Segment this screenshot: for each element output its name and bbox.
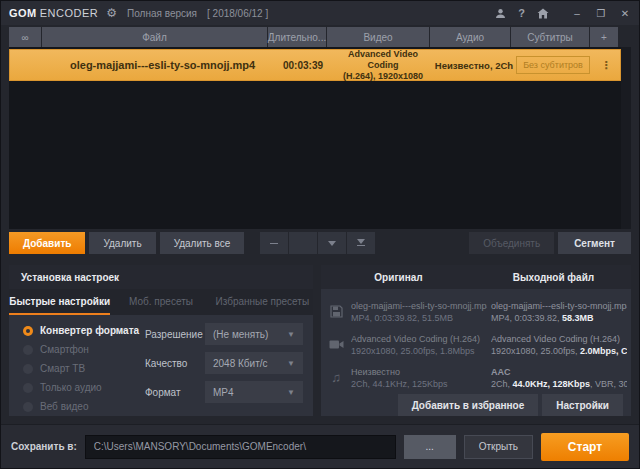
column-video[interactable]: Видео bbox=[327, 27, 429, 47]
tab-mobile-presets[interactable]: Моб. пресеты bbox=[110, 289, 211, 315]
resolution-label: Разрешение bbox=[145, 329, 205, 340]
tab-quick-settings[interactable]: Быстрые настройки bbox=[9, 289, 110, 315]
file-list[interactable]: oleg-majjami---esli-ty-so-mnojj.mp4 00:0… bbox=[9, 47, 631, 229]
format-select[interactable]: MP4 ▼ bbox=[205, 381, 303, 403]
compare-panel: Оригинал Выходной файл oleg-majjami---es… bbox=[321, 265, 631, 416]
help-icon[interactable]: ? bbox=[518, 7, 525, 19]
mode-radio-group: Конвертер формата Смартфон Смарт ТВ Толь… bbox=[9, 315, 141, 416]
build-date-label: [ 2018/06/12 ] bbox=[207, 8, 268, 19]
compare-panel-header: Оригинал Выходной файл bbox=[321, 265, 631, 289]
out-video-info: 1920x1080, 25.00fps, 2.0Mbps, C... bbox=[491, 345, 627, 357]
output-title: Выходной файл bbox=[476, 272, 631, 283]
column-add[interactable]: + bbox=[590, 27, 618, 47]
mode-label: Конвертер формата bbox=[40, 325, 139, 336]
move-top-button[interactable] bbox=[260, 232, 288, 254]
settings-panel: Установка настроек Быстрые настройки Моб… bbox=[9, 265, 313, 416]
row-filename: oleg-majjami---esli-ty-so-mnojj.mp4 bbox=[42, 59, 274, 71]
quality-select[interactable]: 2048 Кбит/с ▼ bbox=[205, 352, 303, 374]
out-audio-codec: AAC bbox=[491, 366, 627, 378]
remove-all-button[interactable]: Удалить все bbox=[160, 232, 245, 254]
music-note-icon: ♫ bbox=[321, 370, 351, 385]
output-path-input[interactable] bbox=[85, 435, 396, 459]
orig-video-info: 1920x1080, 25.00fps, 1.8Mbps bbox=[351, 345, 487, 357]
row-audio-info: Неизвестно, 2Ch bbox=[434, 60, 514, 71]
header-scroll-stub bbox=[619, 27, 631, 47]
radio-selected-icon bbox=[23, 326, 33, 336]
column-audio[interactable]: Аудио bbox=[430, 27, 510, 47]
row-subtitles-cell[interactable]: Без субтитров bbox=[514, 56, 592, 74]
user-account-icon[interactable] bbox=[495, 8, 506, 19]
format-label: Формат bbox=[145, 387, 205, 398]
remove-button[interactable]: Удалить bbox=[89, 232, 155, 254]
radio-icon bbox=[23, 345, 33, 355]
mode-smartphone[interactable]: Смартфон bbox=[9, 340, 141, 359]
out-file-info: MP4, 0:03:39.82, 58.3MB bbox=[491, 312, 627, 324]
row-duration: 00:03:39 bbox=[274, 60, 332, 71]
row-video-line1: Advanced Video Coding bbox=[332, 49, 434, 71]
gom-encoder-window: GOM ENCODER ⚙ Полная версия [ 2018/06/12… bbox=[0, 0, 640, 469]
segment-button[interactable]: Сегмент bbox=[558, 232, 631, 254]
maximize-button[interactable]: ❒ bbox=[595, 8, 607, 19]
merge-button: Объединять bbox=[469, 232, 554, 254]
orig-audio-codec: Неизвестно bbox=[351, 366, 487, 378]
column-file[interactable]: Файл bbox=[42, 27, 267, 47]
mode-format-converter[interactable]: Конвертер формата bbox=[9, 321, 141, 340]
settings-tabs: Быстрые настройки Моб. пресеты Избранные… bbox=[9, 289, 313, 315]
row-menu-dots-icon[interactable]: ⋮ bbox=[592, 59, 620, 72]
mode-label: Веб видео bbox=[40, 401, 88, 412]
out-file-name: oleg-majjami---esli-ty-so-mnojj.mp4 bbox=[491, 300, 627, 312]
orig-audio-info: 2Ch, 44.1KHz, 125Kbps bbox=[351, 378, 487, 390]
start-button[interactable]: Старт bbox=[541, 433, 629, 461]
app-name-bold: GOM bbox=[9, 7, 37, 19]
move-up-button[interactable] bbox=[289, 232, 317, 254]
close-button[interactable]: ✕ bbox=[619, 8, 631, 19]
out-audio-info: 2Ch, 44.0KHz, 128Kbps, VBR, 30 ... bbox=[491, 378, 627, 390]
out-video-codec: Advanced Video Coding (H.264) bbox=[491, 333, 627, 345]
output-settings-button[interactable]: Настройки bbox=[542, 394, 623, 416]
app-name-rest: ENCODER bbox=[40, 7, 99, 19]
resolution-value: (Не менять) bbox=[213, 329, 287, 340]
browse-button[interactable]: ... bbox=[404, 435, 456, 459]
compare-row-file: oleg-majjami---esli-ty-so-mnojj.mp4 MP4,… bbox=[321, 295, 631, 328]
scrollbar-track[interactable] bbox=[621, 47, 631, 229]
move-bottom-button[interactable] bbox=[347, 232, 375, 254]
mode-label: Смарт ТВ bbox=[40, 363, 85, 374]
format-value: MP4 bbox=[213, 387, 287, 398]
minimize-button[interactable]: – bbox=[571, 8, 583, 19]
home-icon[interactable] bbox=[537, 8, 549, 19]
lower-panels: Установка настроек Быстрые настройки Моб… bbox=[1, 257, 639, 424]
save-to-label: Сохранить в: bbox=[11, 441, 77, 452]
original-title: Оригинал bbox=[321, 272, 476, 283]
quick-settings-form: Разрешение (Не менять) ▼ Качество 2048 К… bbox=[141, 315, 313, 416]
radio-icon bbox=[23, 402, 33, 412]
column-subtitles[interactable]: Субтитры bbox=[511, 27, 589, 47]
list-toolbar: Добавить Удалить Удалить все Объединять … bbox=[1, 229, 639, 257]
quality-label: Качество bbox=[145, 358, 205, 369]
gear-icon[interactable]: ⚙ bbox=[106, 6, 117, 20]
mode-audio-only[interactable]: Только аудио bbox=[9, 378, 141, 397]
move-down-button[interactable] bbox=[318, 232, 346, 254]
resolution-select[interactable]: (Не менять) ▼ bbox=[205, 323, 303, 345]
orig-file-name: oleg-majjami---esli-ty-so-mnojj.mp4 bbox=[351, 300, 487, 312]
row-video-info: Advanced Video Coding (H.264), 1920x1080 bbox=[332, 49, 434, 82]
file-row[interactable]: oleg-majjami---esli-ty-so-mnojj.mp4 00:0… bbox=[9, 49, 621, 81]
compare-row-audio: ♫ Неизвестно 2Ch, 44.1KHz, 125Kbps AAC 2… bbox=[321, 361, 631, 394]
quality-value: 2048 Кбит/с bbox=[213, 358, 287, 369]
add-to-favorites-button[interactable]: Добавить в избранное bbox=[398, 394, 539, 416]
add-button[interactable]: Добавить bbox=[9, 232, 85, 254]
link-column-icon[interactable]: ∞ bbox=[9, 27, 41, 47]
settings-panel-title: Установка настроек bbox=[9, 265, 313, 289]
column-duration[interactable]: Длительно... bbox=[268, 27, 326, 47]
mode-web-video[interactable]: Веб видео bbox=[9, 397, 141, 416]
title-bar: GOM ENCODER ⚙ Полная версия [ 2018/06/12… bbox=[1, 1, 639, 25]
mode-label: Только аудио bbox=[40, 382, 102, 393]
version-label: Полная версия bbox=[127, 8, 197, 19]
tab-favorite-presets[interactable]: Избранные пресеты bbox=[212, 289, 313, 315]
compare-row-video: Advanced Video Coding (H.264) 1920x1080,… bbox=[321, 328, 631, 361]
chevron-down-icon: ▼ bbox=[287, 359, 295, 368]
subtitles-badge[interactable]: Без субтитров bbox=[516, 56, 590, 74]
file-save-icon bbox=[321, 305, 351, 318]
open-folder-button[interactable]: Открыть bbox=[464, 435, 533, 459]
mode-smart-tv[interactable]: Смарт ТВ bbox=[9, 359, 141, 378]
app-logo: GOM ENCODER bbox=[9, 7, 98, 19]
